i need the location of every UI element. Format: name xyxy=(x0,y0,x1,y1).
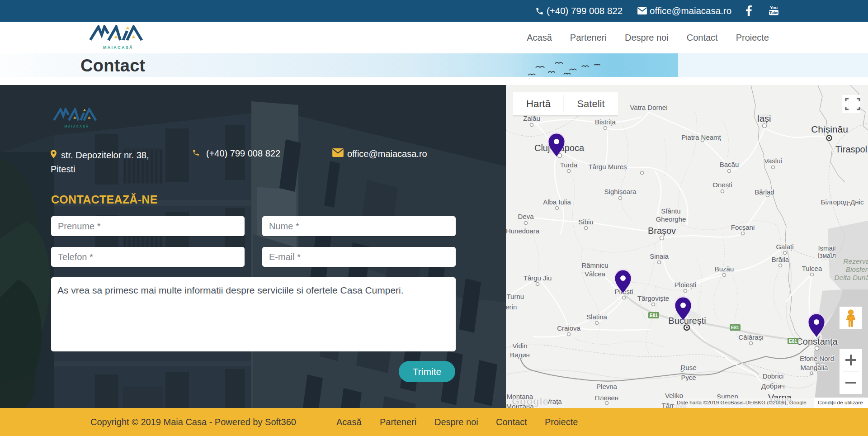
svg-text:Vidin: Vidin xyxy=(512,342,527,350)
svg-text:Hunedoara: Hunedoara xyxy=(506,227,540,235)
svg-text:Deva: Deva xyxy=(518,213,534,220)
svg-text:Târgu Jiu: Târgu Jiu xyxy=(524,274,552,282)
svg-text:Brașov: Brașov xyxy=(648,226,676,236)
svg-text:Piatra Neamț: Piatra Neamț xyxy=(681,133,721,141)
svg-text:Turda: Turda xyxy=(560,161,578,169)
svg-text:Delta Dunării: Delta Dunării xyxy=(834,274,868,281)
svg-text:Onești: Onești xyxy=(712,181,732,189)
svg-text:Târgoviște: Târgoviște xyxy=(637,294,669,302)
svg-text:Tulcea: Tulcea xyxy=(802,265,822,272)
svg-text:Vatra Dornei: Vatra Dornei xyxy=(630,104,667,111)
svg-text:Sibiu: Sibiu xyxy=(578,218,593,226)
svg-text:Condiții de utilizare: Condiții de utilizare xyxy=(818,399,863,406)
svg-text:Focșani: Focșani xyxy=(731,223,755,231)
svg-text:Alba Iulia: Alba Iulia xyxy=(543,198,571,206)
svg-text:Buzău: Buzău xyxy=(715,265,734,273)
svg-text:Плевен: Плевен xyxy=(595,394,618,402)
svg-text:Sfântu: Sfântu xyxy=(661,207,680,215)
svg-text:Vâlcea: Vâlcea xyxy=(585,270,606,278)
svg-text:MAIACASĂ: MAIACASĂ xyxy=(64,125,89,128)
svg-text:Dobrici: Dobrici xyxy=(763,372,784,380)
svg-text:E81: E81 xyxy=(789,339,797,344)
svg-text:Google: Google xyxy=(512,396,549,407)
svg-text:Tiraspol: Tiraspol xyxy=(835,144,867,154)
svg-text:Râmnicu: Râmnicu xyxy=(581,261,608,269)
svg-text:You: You xyxy=(770,5,778,10)
svg-text:Видин: Видин xyxy=(510,351,530,359)
svg-text:Eforie Nord: Eforie Nord xyxy=(800,355,834,362)
svg-text:Rezervați: Rezervați xyxy=(844,257,868,265)
svg-text:Date hartă ©2019 GeoBasis-DE/B: Date hartă ©2019 GeoBasis-DE/BKG (©2009)… xyxy=(677,399,807,406)
svg-text:Hartă: Hartă xyxy=(526,98,551,109)
svg-text:Constanța: Constanța xyxy=(796,336,838,346)
svg-text:Satelit: Satelit xyxy=(577,98,604,109)
svg-text:E81: E81 xyxy=(731,325,739,330)
svg-text:Craiova: Craiova xyxy=(557,324,580,332)
svg-text:Ізмаїл: Ізмаїл xyxy=(818,252,836,259)
svg-text:Biosferei: Biosferei xyxy=(846,265,868,273)
svg-text:Ruse: Ruse xyxy=(680,364,696,371)
svg-text:Sighișoara: Sighișoara xyxy=(604,188,637,195)
svg-text:Slatina: Slatina xyxy=(586,313,608,321)
svg-text:Ploiești: Ploiești xyxy=(675,281,696,289)
svg-text:Iași: Iași xyxy=(757,114,771,123)
svg-text:Добрич: Добрич xyxy=(761,382,785,390)
svg-text:Călărași: Călărași xyxy=(738,333,763,341)
svg-text:Tube: Tube xyxy=(769,10,778,15)
svg-text:Chișinău: Chișinău xyxy=(811,124,848,134)
svg-text:Русе: Русе xyxy=(681,374,696,381)
svg-text:Bistrița: Bistrița xyxy=(595,118,616,126)
svg-text:Sinaia: Sinaia xyxy=(650,252,669,260)
svg-text:Білгород-Дніс: Білгород-Дніс xyxy=(821,198,864,206)
svg-text:Târgu Mureș: Târgu Mureș xyxy=(588,163,627,171)
svg-text:ta-Turnu: ta-Turnu xyxy=(506,293,524,300)
svg-text:Vaslui: Vaslui xyxy=(764,157,782,165)
svg-text:Brăila: Brăila xyxy=(772,256,789,263)
svg-text:Ismail: Ismail xyxy=(818,244,835,252)
svg-text:Galați: Galați xyxy=(776,243,793,251)
svg-text:Bacău: Bacău xyxy=(720,161,739,168)
svg-text:verin: verin xyxy=(506,303,517,311)
svg-text:Gheorghe: Gheorghe xyxy=(656,215,686,223)
svg-text:Mangalia: Mangalia xyxy=(801,364,829,371)
svg-text:E81: E81 xyxy=(650,313,658,318)
svg-text:MAIACASĂ: MAIACASĂ xyxy=(103,46,133,50)
svg-text:Plevna: Plevna xyxy=(596,383,618,390)
svg-text:București: București xyxy=(668,316,706,326)
svg-text:Bârlad: Bârlad xyxy=(755,188,774,196)
